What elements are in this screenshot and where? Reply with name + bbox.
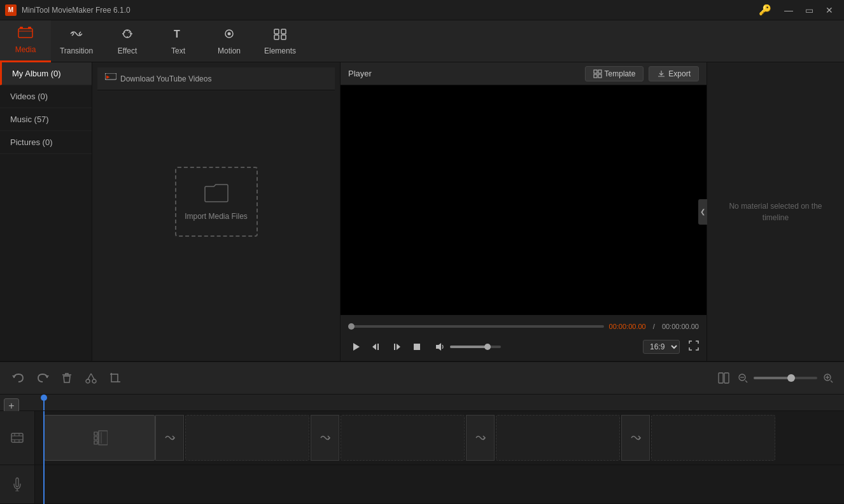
audio-track-row [0,465,844,504]
sidebar-item-videos[interactable]: Videos (0) [0,85,92,108]
fullscreen-button[interactable] [689,340,699,353]
split-view-button[interactable] [715,370,732,386]
volume-container [432,340,501,353]
transition-1[interactable] [155,415,184,461]
toolbar-elements[interactable]: Elements [255,20,306,62]
toolbar-text[interactable]: T Text [153,20,204,62]
zoom-in-button[interactable] [820,370,836,386]
svg-text:▶: ▶ [106,74,110,79]
play-button[interactable] [348,340,363,353]
close-button[interactable]: ✕ [820,3,839,17]
svg-rect-9 [274,35,279,39]
video-clip-1[interactable] [44,415,155,461]
delete-button[interactable] [56,367,78,389]
svg-line-34 [745,381,747,382]
svg-rect-7 [274,29,279,34]
bottom-toolbar [0,361,844,395]
svg-rect-15 [594,74,597,78]
progress-thumb [348,323,355,330]
effect-label: Effect [118,46,137,55]
svg-point-6 [228,32,231,35]
download-bar[interactable]: ▶ Download YouTube Videos [97,67,335,90]
no-material-text: No material selected on the timeline [719,200,833,223]
progress-bar[interactable] [348,325,604,328]
svg-marker-20 [397,344,400,350]
video-clip-5[interactable] [651,415,775,461]
toolbar-transition[interactable]: Transition [51,20,102,62]
minimize-button[interactable]: — [779,3,798,17]
clip-container [44,415,844,461]
svg-rect-31 [724,373,729,383]
transition-3[interactable] [466,415,495,461]
motion-label: Motion [218,46,241,55]
template-button[interactable]: Template [585,66,644,81]
undo-button[interactable] [8,367,29,389]
svg-rect-30 [719,373,723,383]
skip-backward-button[interactable] [369,340,384,353]
svg-text:T: T [174,29,180,39]
sidebar-item-pictures[interactable]: Pictures (0) [0,131,92,154]
control-buttons: 16:9 4:3 1:1 9:16 [348,340,699,354]
zoom-slider-container [754,377,817,379]
app-title: MiniTool MovieMaker Free 6.1.0 [22,6,759,15]
toolbar-motion[interactable]: Motion [204,20,255,62]
elements-label: Elements [264,46,296,55]
svg-rect-16 [598,74,601,78]
audio-track-content[interactable] [35,465,844,503]
key-icon[interactable]: 🔑 [759,4,771,16]
svg-line-28 [88,374,91,379]
zoom-out-button[interactable] [735,370,751,386]
transition-4[interactable] [621,415,650,461]
volume-slider[interactable] [450,346,501,348]
effect-icon [120,27,135,44]
app-icon: M [5,4,17,16]
zoom-controls [715,370,836,386]
svg-rect-14 [598,70,601,73]
video-clip-4[interactable] [496,415,620,461]
video-track-label [0,411,35,465]
player-header: Player Template Export [341,62,707,85]
zoom-fill [754,377,789,379]
toolbar-media[interactable]: Media [0,20,51,62]
volume-thumb [484,344,491,350]
download-label: Download YouTube Videos [120,74,211,83]
skip-forward-button[interactable] [389,340,404,353]
export-button[interactable]: Export [649,66,699,81]
svg-rect-10 [281,35,286,39]
media-content: ▶ Download YouTube Videos Import Media F… [92,62,340,361]
video-track-row [0,411,844,465]
restore-button[interactable]: ▭ [799,3,819,17]
aspect-ratio-select[interactable]: 16:9 4:3 1:1 9:16 [643,340,680,354]
cut-button[interactable] [80,367,102,389]
redo-button[interactable] [32,367,53,389]
video-track-content [35,411,844,465]
svg-rect-39 [11,433,23,442]
toolbar-effect[interactable]: Effect [102,20,153,62]
transition-icon [69,27,84,44]
crop-button[interactable] [104,367,126,389]
sidebar-item-album[interactable]: My Album (0) [0,62,92,85]
sidebar-item-music[interactable]: Music (57) [0,108,92,131]
svg-rect-0 [18,29,32,38]
video-clip-3[interactable] [341,415,465,461]
time-total: 00:00:00.00 [662,323,699,330]
svg-point-26 [86,379,90,383]
media-label: Media [15,45,36,54]
elements-icon [272,27,288,44]
volume-button[interactable] [432,340,447,353]
player-label: Player [348,69,580,78]
import-media-box[interactable]: Import Media Files [175,167,258,237]
svg-line-29 [91,374,94,379]
time-separator: / [651,323,657,330]
svg-rect-22 [414,344,420,350]
folder-icon [204,183,229,208]
volume-fill [450,346,486,348]
svg-rect-19 [377,344,379,350]
properties-toggle[interactable]: ❮ [698,199,707,225]
svg-marker-24 [12,375,16,378]
transition-2[interactable] [311,415,339,461]
stop-button[interactable] [409,340,425,353]
timeline-tracks [0,411,844,504]
video-clip-2[interactable] [185,415,309,461]
zoom-slider[interactable] [754,377,817,379]
